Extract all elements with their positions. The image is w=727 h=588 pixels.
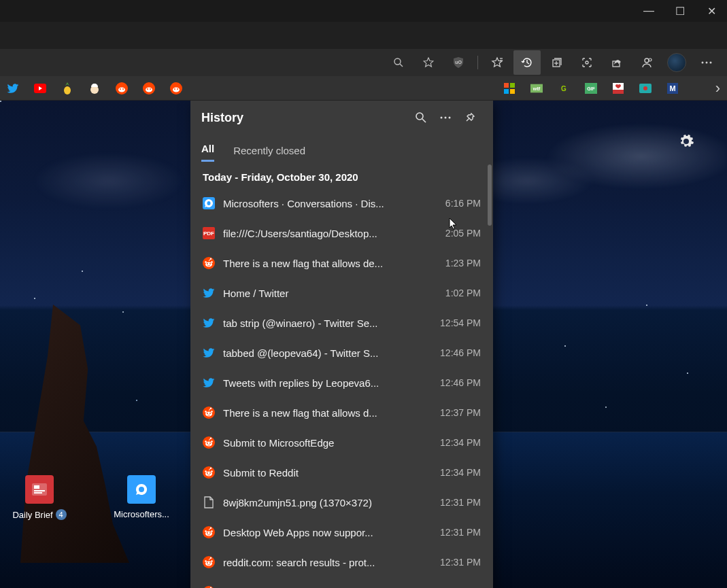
history-item[interactable]: 8wj8km2umjn51.png (1370×372)12:31 PM [190, 487, 493, 517]
bookmark-heart-icon[interactable] [612, 82, 624, 94]
svg-point-21 [122, 88, 124, 90]
bookmark-reddit-icon[interactable] [116, 82, 128, 94]
history-section-header: Today - Friday, October 30, 2020 [190, 162, 493, 188]
svg-rect-33 [510, 89, 515, 94]
svg-point-12 [702, 62, 704, 64]
svg-text:wtf: wtf [532, 85, 541, 91]
history-item-time: 1:02 PM [445, 288, 481, 298]
svg-rect-46 [32, 483, 47, 496]
bookmark-g-icon[interactable]: G [558, 82, 570, 94]
window-minimize-button[interactable]: — [633, 0, 664, 22]
bookmark-gif-icon[interactable]: GIF [585, 82, 597, 94]
history-item[interactable]: There is a new flag that allows de...1:2… [190, 248, 493, 278]
svg-point-53 [441, 117, 443, 119]
history-item[interactable]: tabbed @(leopeva64) - Twitter S...12:46 … [190, 338, 493, 368]
gear-icon[interactable] [678, 133, 694, 150]
bookmark-youtube-icon[interactable] [34, 82, 46, 94]
svg-point-70 [211, 411, 213, 413]
bookmark-reddit-icon[interactable] [143, 82, 155, 94]
bookmark-m-icon[interactable]: M [666, 82, 679, 94]
history-item[interactable]: reddit.com: search results - pwa12:30 PM [190, 577, 493, 588]
svg-point-24 [147, 88, 148, 90]
svg-point-20 [120, 88, 121, 90]
svg-point-13 [706, 62, 708, 64]
badge-count: 4 [56, 509, 67, 520]
bookmark-reddit-icon[interactable] [170, 82, 182, 94]
tab-recently-closed[interactable]: Recently closed [233, 145, 305, 162]
tab-all[interactable]: All [201, 143, 214, 162]
file-icon [203, 496, 215, 508]
history-item[interactable]: Submit to MicrosoftEdge12:34 PM [190, 428, 493, 457]
history-item[interactable]: tab strip (@winaero) - Twitter Se...12:5… [190, 308, 493, 338]
history-icon[interactable] [513, 50, 541, 75]
svg-point-99 [205, 561, 212, 566]
collections-icon[interactable] [543, 50, 571, 75]
history-item[interactable]: Tweets with replies by Leopeva6...12:46 … [190, 368, 493, 398]
window-maximize-button[interactable]: ☐ [664, 0, 696, 22]
svg-point-75 [205, 442, 212, 447]
window-titlebar: — ☐ ✕ [0, 0, 727, 22]
scrollbar-thumb[interactable] [488, 165, 492, 226]
history-item[interactable]: reddit.com: search results - prot...12:3… [190, 547, 493, 577]
history-item[interactable]: Submit to Reddit12:34 PM [190, 457, 493, 487]
bookmark-pineapple-icon[interactable] [61, 82, 73, 94]
svg-point-29 [177, 88, 178, 90]
history-item[interactable]: PDFfile:///C:/Users/santiago/Desktop...2… [190, 218, 493, 248]
search-icon[interactable] [409, 105, 433, 130]
avatar-icon[interactable] [663, 50, 690, 75]
svg-point-27 [173, 87, 180, 92]
profile-icon[interactable] [633, 50, 660, 75]
svg-point-10 [645, 58, 649, 63]
desktop-background: Daily Brief 4 Microsofters... PWA Histor… [0, 101, 727, 588]
svg-point-19 [118, 87, 125, 92]
twitter-icon [203, 347, 215, 359]
pin-icon[interactable] [458, 105, 482, 130]
svg-point-16 [64, 86, 71, 94]
history-item[interactable]: Microsofters · Conversations · Dis...6:1… [190, 188, 493, 218]
svg-point-60 [207, 263, 208, 264]
bookmark-twitter-icon[interactable] [7, 82, 19, 94]
more-options-icon[interactable] [433, 105, 458, 130]
bookmarks-overflow-icon[interactable]: › [715, 80, 720, 97]
svg-point-54 [445, 117, 447, 119]
zoom-icon[interactable] [385, 50, 412, 75]
history-item-time: 1:23 PM [445, 258, 481, 269]
bookmark-wtf-icon[interactable]: wtf [530, 82, 543, 94]
bookmark-camera-icon[interactable] [639, 82, 652, 94]
svg-point-59 [205, 262, 212, 267]
history-title: History [201, 111, 243, 125]
history-item-time: 2:05 PM [445, 228, 481, 239]
svg-point-23 [146, 87, 152, 92]
history-item[interactable]: Home / Twitter1:02 PM [190, 278, 493, 308]
history-item-time: 12:54 PM [440, 317, 481, 328]
svg-rect-49 [34, 492, 42, 494]
window-close-button[interactable]: ✕ [696, 0, 727, 22]
svg-point-105 [210, 557, 212, 559]
svg-text:uO: uO [455, 60, 462, 65]
svg-point-55 [449, 117, 451, 119]
share-icon[interactable] [603, 50, 630, 75]
history-item[interactable]: Desktop Web Apps now suppor...12:31 PM [190, 517, 493, 547]
svg-point-68 [207, 413, 208, 414]
favorites-icon[interactable] [484, 50, 511, 75]
bookmarks-bar: wtf G GIF M › [0, 76, 727, 101]
history-item[interactable]: There is a new flag that allows d...12:3… [190, 398, 493, 428]
svg-point-102 [211, 560, 213, 562]
bookmark-chef-icon[interactable] [88, 82, 101, 94]
desktop-icon-microsofters[interactable]: Microsofters... [107, 475, 175, 520]
svg-text:G: G [561, 85, 567, 92]
reddit-icon [203, 556, 215, 568]
more-icon[interactable] [693, 50, 720, 75]
svg-text:GIF: GIF [587, 86, 595, 91]
desktop-icon-daily-brief[interactable]: Daily Brief 4 [5, 475, 73, 520]
screenshot-icon[interactable] [573, 50, 601, 75]
svg-point-67 [205, 412, 212, 417]
ublock-icon[interactable]: uO [445, 50, 472, 75]
twitter-icon [203, 377, 215, 389]
svg-rect-48 [34, 490, 45, 491]
history-item-title: 8wj8km2umjn51.png (1370×372) [223, 497, 432, 508]
bookmark-microsoft-icon[interactable] [503, 82, 515, 94]
svg-point-62 [211, 261, 213, 263]
favorite-star-icon[interactable] [415, 50, 442, 75]
history-item-time: 12:46 PM [440, 347, 481, 358]
